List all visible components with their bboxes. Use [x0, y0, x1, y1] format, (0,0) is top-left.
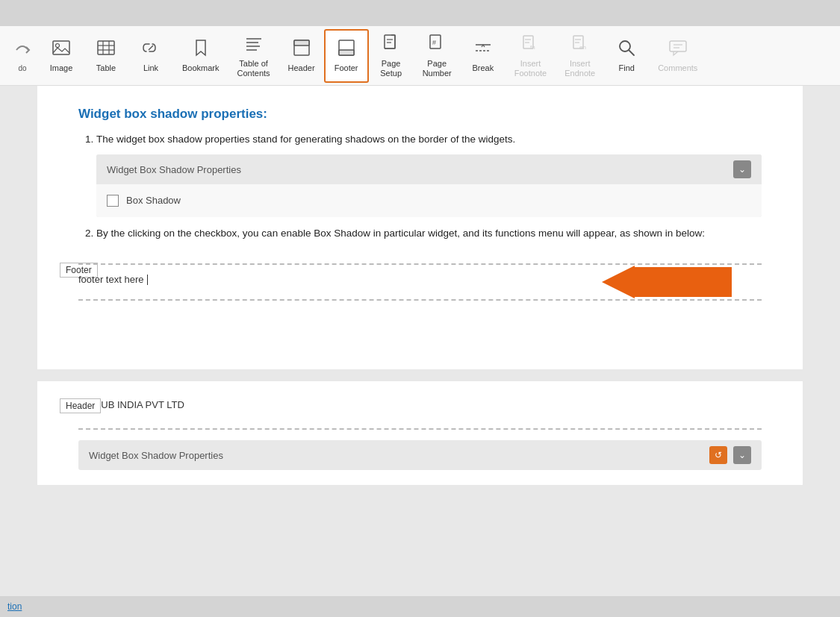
- widget-shadow-box-partial: Widget Box Shadow Properties ↺ ⌄: [78, 440, 762, 470]
- widget-shadow-header: Widget Box Shadow Properties ⌄: [96, 154, 762, 184]
- link-icon: [140, 37, 161, 60]
- toolbar-insert-footnote: fn Insert Footnote: [505, 29, 556, 83]
- footer-cursor: [147, 275, 148, 285]
- status-link[interactable]: tion: [7, 601, 22, 612]
- endnote-icon: en: [570, 33, 591, 56]
- bookmark-label: Bookmark: [182, 63, 220, 73]
- svg-text:en: en: [579, 44, 586, 51]
- company-name: AIVHUB INDIA PVT LTD: [78, 399, 762, 410]
- toolbar-image[interactable]: Image: [39, 29, 84, 83]
- link-label: Link: [143, 63, 158, 73]
- widget-shadow-header-partial: Widget Box Shadow Properties ↺ ⌄: [78, 440, 762, 470]
- footer-dashed-area[interactable]: footer text here: [78, 263, 762, 301]
- widget-shadow-box: Widget Box Shadow Properties ⌄ Box Shado…: [96, 154, 762, 217]
- svg-rect-15: [385, 35, 395, 48]
- redo-label: do: [18, 64, 26, 72]
- chevron-gray[interactable]: ⌄: [733, 446, 751, 464]
- table-icon: [96, 37, 116, 60]
- header-area: Header AIVHUB INDIA PVT LTD: [78, 399, 762, 430]
- arrow-head: [602, 266, 635, 298]
- toolbar-footer[interactable]: Footer: [324, 29, 369, 83]
- svg-text:#: #: [432, 39, 436, 46]
- svg-point-1: [56, 44, 60, 48]
- toolbar-insert-endnote: en Insert Endnote: [556, 29, 604, 83]
- main-area: Widget box shadow properties: The widget…: [0, 86, 840, 617]
- toolbar: do Image Table: [0, 26, 840, 86]
- svg-line-31: [629, 50, 634, 55]
- document-area: Widget box shadow properties: The widget…: [0, 86, 840, 617]
- footer-icon: [336, 37, 357, 60]
- toolbar-bookmark[interactable]: Bookmark: [173, 29, 228, 83]
- list-item-1: The widget box shadow properties stand f…: [96, 132, 762, 217]
- insert-endnote-label: Insert Endnote: [564, 59, 595, 78]
- box-shadow-checkbox[interactable]: [107, 195, 119, 207]
- page-divider: [15, 369, 825, 375]
- footnote-icon: fn: [520, 33, 541, 56]
- header-label-tag: Header: [60, 398, 101, 413]
- svg-text:fn: fn: [530, 44, 535, 51]
- comments-label: Comments: [658, 63, 697, 73]
- toolbar-find[interactable]: Find: [604, 29, 649, 83]
- toolbar-comments: Comments: [649, 29, 706, 83]
- break-icon: [473, 37, 494, 60]
- svg-rect-0: [53, 41, 69, 54]
- page-number-label: Page Number: [423, 59, 452, 78]
- toc-label: Table of Contents: [237, 59, 270, 78]
- doc-title: Widget box shadow properties:: [78, 107, 762, 122]
- toolbar-table[interactable]: Table: [84, 29, 128, 83]
- document-page-1: Widget box shadow properties: The widget…: [37, 86, 803, 369]
- comments-icon: [668, 37, 688, 60]
- top-bar: [0, 0, 840, 26]
- toolbar-link[interactable]: Link: [128, 29, 173, 83]
- svg-rect-32: [670, 41, 686, 51]
- arrow-pointer: [602, 266, 732, 298]
- redo-button[interactable]: do: [6, 29, 39, 83]
- widget-shadow-body: Box Shadow: [96, 184, 762, 217]
- toolbar-page-number[interactable]: # Page Number: [414, 29, 461, 83]
- list-item-2: By the clicking on the checkbox, you can…: [96, 226, 762, 241]
- page-setup-icon: [381, 33, 402, 56]
- bookmark-icon: [190, 37, 211, 60]
- footer-text-content[interactable]: footer text here: [78, 274, 143, 285]
- toolbar-header[interactable]: Header: [279, 29, 324, 83]
- redo-icon: [12, 40, 33, 64]
- insert-footnote-label: Insert Footnote: [514, 59, 547, 78]
- toolbar-break[interactable]: Break: [461, 29, 505, 83]
- image-icon: [51, 37, 72, 60]
- page-number-icon: #: [426, 33, 447, 56]
- header-label: Header: [288, 63, 315, 73]
- image-label: Image: [50, 63, 73, 73]
- find-label: Find: [618, 63, 634, 73]
- footer-toolbar-label: Footer: [335, 63, 358, 73]
- widget-shadow-chevron[interactable]: ⌄: [733, 160, 751, 178]
- status-bar: tion: [0, 596, 840, 617]
- toc-icon: [243, 33, 264, 56]
- svg-rect-2: [98, 41, 114, 54]
- document-page-2: Header AIVHUB INDIA PVT LTD Widget Box S…: [37, 381, 803, 485]
- page-setup-label: Page Setup: [380, 59, 402, 78]
- table-label: Table: [96, 63, 116, 73]
- header-icon: [291, 37, 312, 60]
- toolbar-toc[interactable]: Table of Contents: [228, 29, 279, 83]
- find-icon: [616, 37, 637, 60]
- arrow-body: [635, 267, 732, 297]
- toolbar-page-setup[interactable]: Page Setup: [369, 29, 414, 83]
- footer-section: Footer footer text here: [78, 263, 762, 301]
- chevron-orange[interactable]: ↺: [709, 446, 727, 464]
- svg-rect-14: [339, 50, 354, 55]
- svg-rect-12: [294, 40, 309, 46]
- break-label: Break: [472, 63, 494, 73]
